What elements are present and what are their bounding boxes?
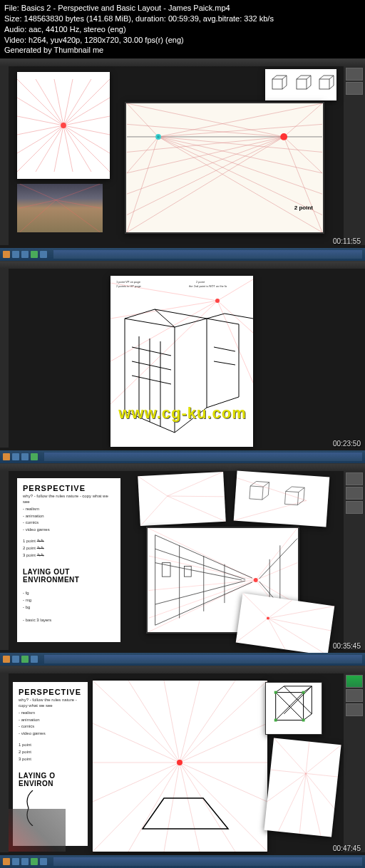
note-2point: 2 point ✎✎ [23, 546, 115, 552]
svg-line-44 [127, 137, 284, 173]
svg-line-131 [270, 738, 309, 774]
app-menubar [0, 666, 365, 673]
starburst-small-icon [236, 594, 334, 656]
start-button-icon [3, 858, 10, 865]
svg-line-133 [267, 770, 306, 805]
video-thumbnail-1: 2 point 00:11:55 [0, 58, 365, 261]
two-point-diagram-icon [126, 103, 323, 232]
taskbar-tray [53, 250, 362, 259]
reference-photo [17, 184, 103, 232]
svg-line-118 [180, 763, 200, 852]
svg-line-119 [180, 763, 235, 852]
note-fg: - fg [23, 591, 115, 596]
generated-value: Generated by Thumbnail me [4, 46, 103, 54]
svg-line-38 [127, 103, 158, 137]
svg-rect-80 [284, 492, 298, 505]
timestamp-1: 00:11:55 [333, 237, 361, 245]
svg-line-47 [127, 137, 284, 232]
os-taskbar [0, 855, 365, 868]
svg-line-3 [63, 79, 73, 125]
os-taskbar [0, 248, 365, 261]
video-info: Video: h264, yuv420p, 1280x720, 30.00 fp… [4, 35, 361, 46]
note-realism: - realism [23, 507, 115, 512]
photo-overlay-icon [17, 184, 103, 232]
audio-value: aac, 44100 Hz, stereo (eng) [29, 25, 125, 33]
note-comics: - comics [19, 724, 82, 730]
taskbar-app-icon [31, 453, 38, 460]
start-button-icon [3, 656, 10, 663]
svg-line-64 [132, 376, 171, 384]
svg-line-6 [17, 98, 63, 125]
taskbar-app-icon [31, 251, 38, 258]
app-toolbox [0, 471, 9, 650]
svg-line-39 [127, 137, 158, 173]
svg-line-137 [306, 742, 309, 774]
taskbar-app-icon [21, 251, 29, 258]
svg-line-41 [127, 103, 284, 137]
svg-line-57 [110, 301, 217, 404]
svg-line-25 [19, 200, 56, 208]
svg-line-32 [158, 125, 322, 138]
taskbar-app-icon [21, 453, 29, 460]
svg-line-81 [235, 478, 308, 501]
svg-point-20 [61, 123, 66, 128]
svg-line-22 [56, 184, 100, 200]
svg-line-49 [284, 137, 322, 173]
canvas-small-3 [236, 594, 334, 656]
heading-perspective: PERSPECTIVE [19, 688, 82, 696]
svg-line-16 [54, 125, 63, 172]
note-basic-layers: - basic 3 layers [23, 618, 115, 624]
starburst-icon [17, 72, 110, 179]
cubes-icon [265, 69, 336, 100]
svg-line-97 [236, 614, 268, 646]
svg-line-120 [180, 763, 267, 852]
svg-line-36 [158, 137, 322, 215]
file-info: File: Basics 2 - Perspective and Basic L… [4, 3, 361, 14]
note-animation: - animation [19, 718, 82, 723]
file-value: Basics 2 - Perspective and Basic Layout … [21, 4, 230, 12]
taskbar-tray [44, 655, 362, 663]
svg-text:the 2nd point is NOT on the fo: the 2nd point is NOT on the fo [189, 284, 227, 288]
svg-text:2 points to VP page: 2 points to VP page [116, 284, 142, 288]
taskbar-items [0, 653, 365, 666]
svg-line-134 [302, 774, 337, 809]
app-panels-right [344, 673, 365, 852]
svg-line-40 [127, 137, 158, 232]
taskbar-app-icon [12, 656, 19, 663]
label-1pt: 1 point [19, 743, 82, 748]
svg-line-101 [264, 619, 289, 650]
svg-line-21 [19, 184, 56, 200]
svg-line-18 [63, 125, 91, 172]
app-menubar [0, 262, 365, 269]
svg-rect-127 [274, 691, 277, 694]
cube-reference-sheet [265, 69, 336, 100]
svg-line-78 [168, 493, 225, 500]
svg-line-0 [17, 79, 63, 125]
video-thumbnail-4: PERSPECTIVE why? - follow the rules natu… [0, 666, 365, 868]
svg-line-19 [63, 125, 110, 172]
taskbar-tray [53, 857, 362, 866]
svg-line-9 [63, 116, 110, 125]
svg-line-63 [132, 361, 171, 370]
canvas-small-2 [234, 471, 330, 527]
svg-rect-130 [302, 719, 305, 722]
svg-text:2 point: 2 point [196, 280, 205, 284]
svg-line-96 [268, 597, 334, 627]
svg-rect-29 [319, 79, 329, 89]
video-thumbnail-3: PERSPECTIVE why? - follow the rules natu… [0, 463, 365, 666]
heading-environment: ENVIRONMENT [23, 576, 115, 584]
taskbar-app-icon [21, 656, 29, 663]
sketch-icon [138, 472, 225, 526]
size-info: Size: 148563830 bytes (141.68 MiB), dura… [4, 14, 361, 24]
taskbar-items [0, 248, 365, 261]
svg-line-46 [127, 137, 284, 215]
svg-line-10 [17, 125, 63, 135]
app-toolbox [0, 66, 9, 245]
cube-diagonal-icon [266, 683, 322, 734]
taskbar-app-icon [40, 858, 47, 865]
svg-line-4 [63, 79, 91, 125]
svg-line-82 [234, 496, 307, 526]
heading-laying-out-clipped: LAYING O [19, 772, 82, 780]
note-3point: 3 point ✎✎ [23, 553, 115, 559]
taskbar-items [0, 450, 365, 463]
